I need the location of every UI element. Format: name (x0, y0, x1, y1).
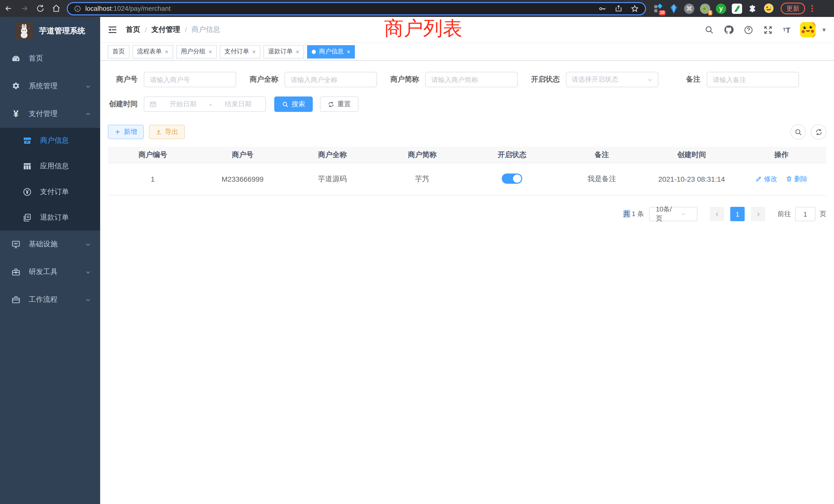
col-merchant-no: 商户号 (198, 147, 288, 163)
chevron-up-icon (85, 111, 91, 117)
extension-puzzle-icon[interactable] (748, 4, 758, 13)
font-size-icon[interactable]: TT (783, 25, 790, 34)
page-annotation: 商户列表 (384, 19, 462, 38)
browser-menu-icon[interactable] (810, 4, 814, 13)
breadcrumb-current: 商户信息 (192, 25, 220, 35)
close-icon[interactable]: × (252, 48, 256, 55)
search-button[interactable]: 搜索 (274, 96, 313, 112)
app-title: 芋道管理系统 (39, 26, 85, 36)
filter-status: 开启状态 请选择开启状态 (530, 72, 658, 87)
sidebar-item-pay-order[interactable]: 支付订单 (0, 179, 100, 205)
add-button[interactable]: 新增 (108, 125, 144, 139)
sidebar-item-app-info[interactable]: 应用信息 (0, 154, 100, 179)
status-toggle[interactable] (502, 173, 522, 183)
merchant-no-input[interactable] (144, 72, 236, 87)
sidebar-item-infrastructure[interactable]: 基础设施 (0, 230, 100, 258)
calendar-icon (150, 100, 157, 108)
user-avatar[interactable] (800, 22, 815, 38)
sidebar-item-system[interactable]: 系统管理 (0, 72, 100, 100)
page-number-1[interactable]: 1 (730, 207, 745, 221)
edit-link[interactable]: 修改 (755, 175, 777, 184)
dashboard-icon (10, 54, 22, 63)
prev-page-button[interactable] (710, 207, 724, 221)
sidebar-item-home[interactable]: 首页 (0, 45, 100, 72)
tab-home[interactable]: 首页 (108, 45, 129, 58)
extension-command-icon[interactable]: ⌘ (684, 3, 694, 14)
share-icon[interactable] (615, 5, 622, 12)
tab-merchant-info[interactable]: 商户信息× (307, 45, 355, 58)
tab-user-group[interactable]: 用户分组× (176, 45, 217, 58)
home-icon[interactable] (52, 4, 61, 13)
filter-label: 商户全称 (248, 75, 278, 84)
briefcase-icon (10, 295, 22, 304)
breadcrumb-home[interactable]: 首页 (126, 25, 140, 35)
export-button[interactable]: 导出 (149, 125, 185, 139)
browser-toolbar: localhost:1024/pay/merchant 10 ⌘ 1 (0, 0, 834, 17)
reset-button[interactable]: 重置 (320, 96, 358, 112)
chevron-down-icon (85, 242, 91, 247)
site-info-icon[interactable] (74, 5, 81, 12)
sidebar-item-merchant-info[interactable]: 商户信息 (0, 128, 100, 154)
help-icon[interactable] (744, 25, 754, 35)
extension-emoji-icon[interactable] (763, 3, 774, 14)
browser-update-button[interactable]: 更新 (781, 3, 805, 14)
col-actions: 操作 (737, 147, 826, 163)
merchant-list-page: 商户号 商户全称 商户简称 开启状态 请选择开启状态 (100, 61, 834, 504)
sidebar-item-payment[interactable]: ¥ 支付管理 (0, 100, 100, 128)
status-select[interactable]: 请选择开启状态 (566, 72, 658, 87)
close-icon[interactable]: × (296, 48, 300, 55)
tab-process-form[interactable]: 流程表单× (132, 45, 173, 58)
search-icon[interactable] (705, 25, 714, 35)
cell-merchant-no: M233666999 (198, 163, 288, 195)
search-icon (282, 101, 289, 108)
password-key-icon[interactable] (598, 4, 607, 13)
chevron-down-icon (85, 269, 91, 275)
back-icon[interactable] (4, 4, 13, 13)
extension-avocado-icon[interactable]: 1 (700, 3, 710, 14)
remark-input[interactable] (707, 72, 799, 87)
sidebar-item-refund-order[interactable]: 退款订单 (0, 205, 100, 230)
url-bar[interactable]: localhost:1024/pay/merchant (67, 2, 646, 15)
tags-view: 首页 流程表单× 用户分组× 支付订单× 退款订单× 商户信息× (100, 43, 834, 61)
sidebar-item-workflow[interactable]: 工作流程 (0, 286, 100, 314)
bookmark-star-icon[interactable] (631, 4, 639, 13)
toggle-search-button[interactable] (790, 124, 806, 140)
breadcrumb-payment[interactable]: 支付管理 (152, 25, 180, 35)
breadcrumb: 首页 / 支付管理 / 商户信息 (126, 25, 220, 35)
avatar-caret-icon[interactable]: ▼ (821, 27, 827, 33)
extension-badge: 10 (659, 10, 665, 15)
yen-circle-icon (22, 187, 33, 197)
extension-sheet-icon[interactable] (732, 3, 742, 14)
reload-icon[interactable] (36, 4, 45, 13)
close-icon[interactable]: × (208, 48, 212, 55)
date-range-picker[interactable]: 开始日期 - 结束日期 (144, 96, 266, 112)
col-full-name: 商户全称 (288, 147, 377, 163)
goto-page-input[interactable] (795, 207, 815, 221)
next-page-button[interactable] (751, 207, 765, 221)
short-name-input[interactable] (425, 72, 518, 87)
close-icon[interactable]: × (347, 48, 350, 55)
merchant-table: 商户编号 商户号 商户全称 商户简称 开启状态 备注 创建时间 操作 1 (108, 147, 826, 196)
github-icon[interactable] (724, 25, 734, 35)
cell-create-time: 2021-10-23 08:31:14 (647, 163, 737, 195)
top-navbar: 首页 / 支付管理 / 商户信息 商户列表 (100, 17, 834, 43)
fullscreen-icon[interactable] (763, 25, 773, 35)
tab-refund-order[interactable]: 退款订单× (263, 45, 304, 58)
edit-pencil-icon (755, 176, 762, 182)
delete-link[interactable]: 删除 (786, 175, 808, 184)
close-icon[interactable]: × (165, 48, 169, 55)
extension-y-icon[interactable]: y (716, 3, 726, 14)
cell-merchant-id: 1 (108, 163, 198, 195)
tab-pay-order[interactable]: 支付订单× (220, 45, 260, 58)
sidebar-item-dev-tools[interactable]: 研发工具 (0, 258, 100, 286)
monitor-chart-icon (10, 240, 22, 249)
extension-blocks-icon[interactable]: 10 (653, 3, 663, 14)
cell-remark: 我是备注 (557, 163, 647, 195)
extension-gem-icon[interactable] (669, 3, 678, 14)
page-size-select[interactable]: 10条/页 (649, 207, 697, 221)
sidebar-collapse-icon[interactable] (107, 25, 117, 35)
forward-icon[interactable] (20, 4, 29, 13)
refresh-table-button[interactable] (811, 124, 826, 140)
full-name-input[interactable] (285, 72, 377, 87)
col-create-time: 创建时间 (647, 147, 737, 163)
